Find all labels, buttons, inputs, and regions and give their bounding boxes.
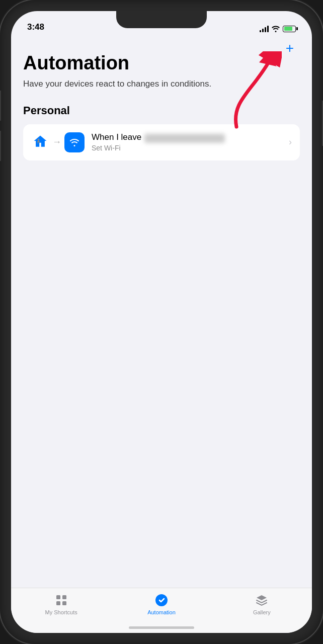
home-indicator bbox=[129, 626, 194, 629]
tab-gallery-label: Gallery bbox=[253, 609, 271, 615]
svg-point-7 bbox=[155, 594, 168, 606]
signal-bar-1 bbox=[260, 30, 261, 32]
automation-tab-icon bbox=[154, 593, 169, 607]
add-automation-button[interactable]: + bbox=[282, 40, 298, 56]
card-text: When I leave Set Wi-Fi bbox=[92, 132, 282, 152]
phone-frame: 3:48 bbox=[0, 0, 323, 644]
card-icons: → bbox=[31, 132, 85, 152]
card-title: When I leave bbox=[92, 132, 282, 142]
chevron-right-icon: › bbox=[289, 137, 292, 147]
page-subtitle: Have your devices react to changes in co… bbox=[23, 78, 300, 90]
section-title: Personal bbox=[23, 104, 300, 117]
house-icon bbox=[31, 133, 49, 151]
status-icons bbox=[260, 25, 296, 32]
card-subtitle: Set Wi-Fi bbox=[92, 144, 282, 152]
signal-bar-4 bbox=[267, 26, 269, 32]
tab-gallery[interactable]: Gallery bbox=[241, 593, 282, 615]
tab-automation[interactable]: Automation bbox=[141, 593, 182, 615]
my-shortcuts-icon bbox=[54, 593, 68, 607]
signal-icon bbox=[260, 25, 269, 32]
signal-bar-2 bbox=[262, 29, 264, 32]
automation-card[interactable]: → When I leave Set bbox=[23, 124, 300, 160]
wifi-status-icon bbox=[272, 25, 280, 32]
tab-automation-label: Automation bbox=[147, 609, 176, 615]
status-time: 3:48 bbox=[27, 22, 44, 32]
tab-my-shortcuts-label: My Shortcuts bbox=[45, 609, 77, 615]
flow-arrow-icon: → bbox=[52, 137, 61, 147]
svg-rect-6 bbox=[62, 601, 66, 605]
svg-point-2 bbox=[38, 138, 40, 140]
svg-rect-3 bbox=[56, 595, 60, 599]
gallery-tab-icon bbox=[255, 593, 269, 607]
tab-my-shortcuts[interactable]: My Shortcuts bbox=[41, 593, 82, 615]
svg-rect-4 bbox=[62, 595, 66, 599]
blurred-location bbox=[144, 134, 225, 143]
wifi-badge-icon bbox=[64, 132, 85, 152]
notch bbox=[116, 11, 207, 28]
main-content: Automation Have your devices react to ch… bbox=[11, 36, 312, 588]
signal-bar-3 bbox=[265, 27, 266, 32]
svg-rect-5 bbox=[56, 601, 60, 605]
volume-up-button[interactable] bbox=[0, 91, 1, 121]
page-title: Automation bbox=[23, 52, 300, 74]
battery-icon bbox=[283, 26, 296, 32]
volume-down-button[interactable] bbox=[0, 131, 1, 161]
phone-screen: 3:48 bbox=[11, 11, 312, 633]
